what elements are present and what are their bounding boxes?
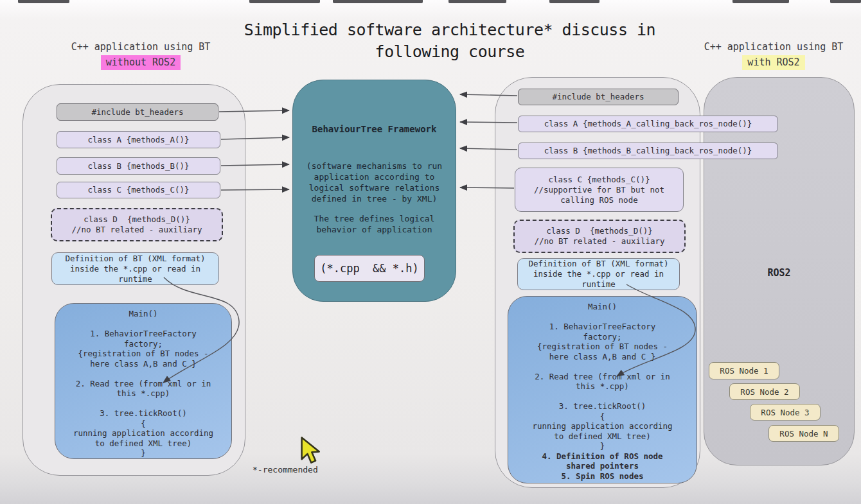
right-header-highlight: with ROS2 — [742, 55, 804, 70]
framework-description: (software mechanisms to run application … — [292, 161, 456, 204]
right-definition-box: Definition of BT (XML format) inside the… — [517, 258, 680, 290]
right-include-box: #include bt_headers — [518, 89, 679, 105]
right-class-d-box: class D {methods_D()} //no BT related - … — [513, 220, 686, 253]
left-header-highlight: without ROS2 — [101, 55, 181, 70]
left-class-c-box: class C {methods_C()} — [57, 182, 220, 198]
left-class-d-box: class D {methods_D()} //no BT related - … — [51, 208, 223, 241]
right-main-box-text: Main() 1. BehaviorTreeFactory factory; {… — [532, 302, 672, 451]
framework-title: BehaviourTree Framework — [292, 124, 456, 135]
right-header-text: C++ application using BT — [680, 40, 861, 54]
left-class-a-box: class A {methods_A()} — [57, 131, 220, 148]
top-edge-mark — [732, 0, 789, 3]
left-header-text: C++ application using BT — [47, 40, 235, 54]
left-definition-box: Definition of BT (XML format) inside the… — [51, 252, 219, 285]
ros-node-2: ROS Node 2 — [729, 383, 800, 400]
left-column-header: C++ application using BT without ROS2 — [47, 40, 235, 70]
framework-files-box: (*.cpp && *.h) — [314, 255, 425, 282]
top-edge-mark — [18, 0, 69, 3]
top-edge-mark — [249, 0, 320, 3]
top-edge-mark — [448, 0, 506, 3]
top-edge-mark — [333, 0, 423, 3]
ros2-label: ROS2 — [704, 267, 855, 279]
slide-background: Simplified software architecture* discus… — [0, 0, 861, 504]
top-edge-mark — [549, 0, 599, 3]
recommended-footnote: *-recommended — [253, 465, 318, 474]
right-class-b-box: class B {methods_B_calling_back_ros_node… — [518, 143, 778, 159]
right-class-c-box: class C {methods_C()} //supportive for B… — [515, 168, 684, 212]
left-include-box: #include bt_headers — [57, 103, 218, 121]
slide-title: Simplified software architecture* discus… — [212, 19, 688, 63]
left-main-box: Main() 1. BehaviorTreeFactory factory; {… — [55, 303, 232, 459]
framework-note: The tree defines logical behavior of app… — [292, 213, 456, 235]
ros-node-3: ROS Node 3 — [750, 404, 821, 421]
right-main-box: Main() 1. BehaviorTreeFactory factory; {… — [508, 296, 697, 483]
left-class-b-box: class B {methods_B()} — [57, 157, 220, 175]
right-class-a-box: class A {methods_A_calling_back_ros_node… — [518, 116, 778, 132]
ros-node-n: ROS Node N — [768, 425, 839, 442]
mouse-cursor-icon — [298, 437, 324, 467]
right-column-header: C++ application using BT with ROS2 — [680, 40, 861, 70]
ros-node-1: ROS Node 1 — [709, 362, 779, 379]
right-main-box-bold-text: 4. Definition of ROS node shared pointer… — [542, 451, 662, 482]
top-edge-mark — [830, 0, 861, 3]
